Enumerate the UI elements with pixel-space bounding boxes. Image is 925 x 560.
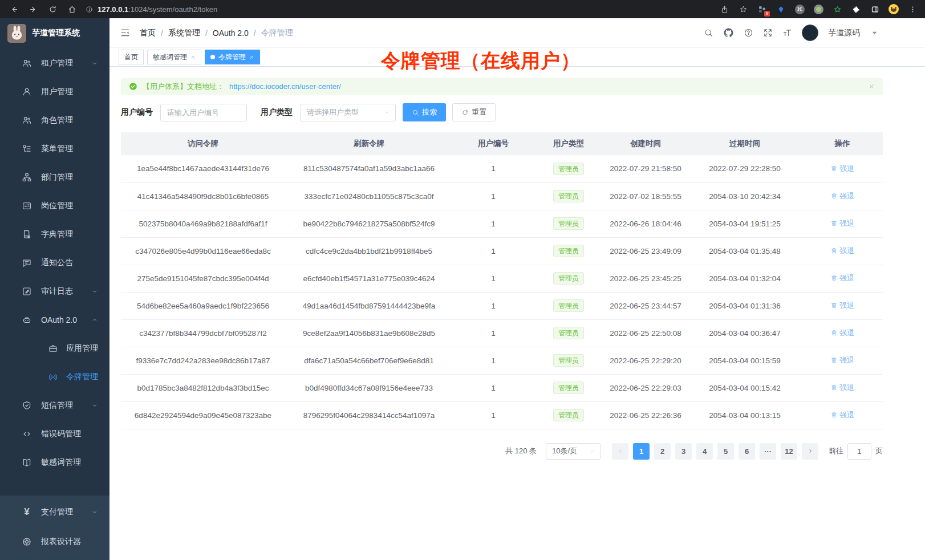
sidebar-collapse-button[interactable] [120,27,131,38]
force-logout-button[interactable]: 强退 [830,164,854,174]
force-logout-button[interactable]: 强退 [830,383,854,393]
browser-menu-button[interactable] [907,3,918,15]
sidebar-item-tenant[interactable]: 租户管理 [0,49,109,78]
menu-tree-icon [22,144,32,154]
refresh-icon [461,109,469,116]
sidebar-item-sensitive-word[interactable]: 敏感词管理 [0,448,109,477]
user-id-label: 用户编号 [121,107,153,117]
force-logout-button[interactable]: 强退 [830,246,854,256]
trash-icon [830,329,838,336]
user-id-input[interactable] [160,104,247,121]
sidebar-item-notice[interactable]: 通知公告 [0,249,109,277]
tab-home[interactable]: 首页 [119,50,144,64]
top-navbar: 首页 / 系统管理 / OAuth 2.0 / 令牌管理 芋道源码 [109,18,925,48]
search-button[interactable]: 搜索 [403,103,446,121]
browser-home-button[interactable] [66,3,78,15]
table-row: 1ea5e44f8bc1467aaede43144f31de76811c5304… [121,155,883,182]
sidebar-item-post[interactable]: 岗位管理 [0,192,109,220]
force-logout-button[interactable]: 强退 [830,301,854,311]
sidebar-item-audit-log[interactable]: 审计日志 [0,277,109,306]
trash-icon [830,220,838,227]
extension-star-icon[interactable] [831,3,843,15]
pagination: 共 120 条 10条/页 1 2 3 4 5 6 ··· 12 前往 页 [121,443,883,460]
sidebar-item-user[interactable]: 用户管理 [0,78,109,106]
more-pages-button[interactable]: ··· [760,443,776,460]
sidebar-item-oauth2[interactable]: OAuth 2.0 [0,306,109,334]
app-logo: 芋道管理系统 [0,18,109,48]
url-bar[interactable]: 127.0.0.1:1024/system/oauth2/token [86,5,712,14]
font-size-icon[interactable] [782,28,792,38]
close-icon[interactable] [869,83,875,90]
force-logout-button[interactable]: 强退 [830,410,854,420]
sidebar-item-pay[interactable]: ¥支付管理 [0,497,109,527]
page-button[interactable]: 6 [739,443,755,460]
extension-record-icon[interactable] [813,3,824,15]
user-type-badge: 管理员 [553,190,584,202]
tab-token[interactable]: 令牌管理 [205,50,260,64]
chevron-right-icon [807,448,814,455]
force-logout-button[interactable]: 强退 [830,355,854,366]
profile-avatar[interactable] [888,3,899,15]
sidebar-item-report-designer[interactable]: 报表设计器 [0,527,109,557]
next-page-button[interactable] [802,443,818,460]
fullscreen-icon[interactable] [763,28,773,38]
force-logout-button[interactable]: 强退 [830,328,854,338]
page-button[interactable]: 2 [654,443,671,460]
browser-reload-button[interactable] [47,3,58,15]
force-logout-button[interactable]: 强退 [830,191,854,201]
url-host: 127.0.0.1 [98,5,128,14]
github-icon[interactable] [723,27,734,38]
tags-view-bar: 首页 敏感词管理 令牌管理 [109,48,925,67]
sidebar-menu: 租户管理 用户管理 角色管理 菜单管理 部门管理 岗位管理 字典管理 通知公告 … [0,48,109,496]
sidebar-item-dept[interactable]: 部门管理 [0,163,109,192]
table-row: f9336e7c7dd242a283ee98dc86b17a87dfa6c71a… [121,347,883,374]
chevron-down-icon[interactable] [870,28,879,38]
page-button[interactable]: 12 [781,443,797,460]
sidebar-item-sms[interactable]: 短信管理 [0,391,109,420]
prev-page-button[interactable] [612,443,628,460]
browser-forward-button[interactable] [27,3,39,15]
site-info-icon[interactable] [86,6,93,13]
close-icon[interactable] [190,55,196,60]
help-icon[interactable] [744,28,753,38]
extension-puzzle-icon[interactable] [850,3,862,15]
user-type-select[interactable]: 请选择用户类型 [300,104,396,121]
breadcrumb-system[interactable]: 系统管理 [168,28,200,38]
page-button[interactable]: 3 [675,443,692,460]
sidebar-item-dict[interactable]: 字典管理 [0,220,109,249]
search-icon[interactable] [704,28,713,38]
extension-sidepanel-icon[interactable] [869,3,881,15]
browser-back-button[interactable] [8,3,19,15]
share-button[interactable] [719,3,730,15]
breadcrumb-oauth2[interactable]: OAuth 2.0 [213,29,249,38]
tab-sensitive-word[interactable]: 敏感词管理 [147,50,201,64]
sidebar-item-menu[interactable]: 菜单管理 [0,135,109,163]
force-logout-button[interactable]: 强退 [830,273,854,283]
page-button[interactable]: 4 [696,443,713,460]
reset-button[interactable]: 重置 [452,103,496,121]
page-size-select[interactable]: 10条/页 [546,443,601,460]
breadcrumb-home[interactable]: 首页 [140,28,156,38]
extension-grid-icon[interactable]: 9 [756,3,768,15]
bookmark-star-button[interactable] [737,3,749,15]
chevron-down-icon [91,402,98,409]
chevron-down-icon [91,509,98,516]
sidebar-item-oauth2-token[interactable]: 令牌管理 [0,363,109,391]
sidebar-item-role[interactable]: 角色管理 [0,106,109,135]
close-icon[interactable] [249,55,254,60]
goto-page-input[interactable] [847,443,871,460]
message-icon [22,258,32,268]
extension-gem-icon[interactable] [775,3,786,15]
doc-link[interactable]: https://doc.iocoder.cn/user-center/ [229,82,341,91]
user-avatar[interactable] [802,25,818,41]
user-type-badge: 管理员 [553,409,584,421]
force-logout-button[interactable]: 强退 [830,218,854,229]
extension-command-icon[interactable] [794,3,805,15]
user-type-badge: 管理员 [553,382,584,394]
sidebar-item-oauth2-app[interactable]: 应用管理 [0,334,109,363]
table-header-row: 访问令牌 刷新令牌 用户编号 用户类型 创建时间 过期时间 操作 [121,132,883,155]
page-button[interactable]: 5 [717,443,734,460]
page-button[interactable]: 1 [633,443,650,460]
sidebar-item-error-code[interactable]: 错误码管理 [0,420,109,448]
username[interactable]: 芋道源码 [828,28,860,38]
